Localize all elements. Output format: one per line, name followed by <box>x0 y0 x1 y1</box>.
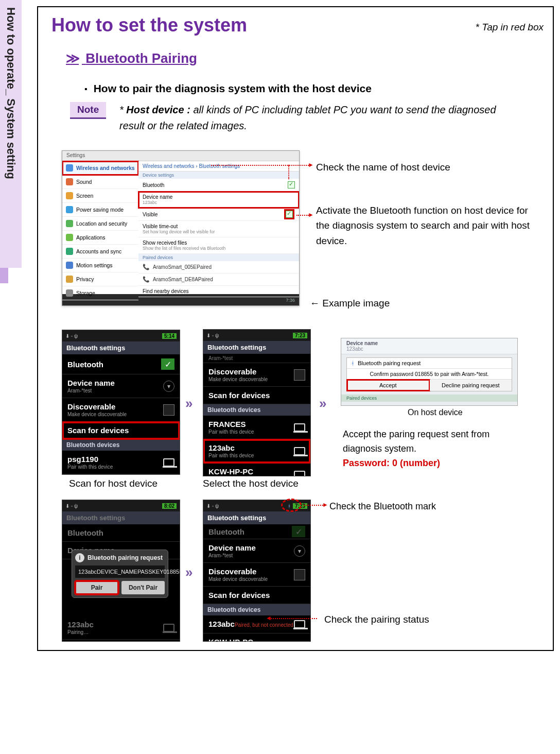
status-icons: ⬇ ◦ ψ <box>206 333 219 338</box>
tablet-section-devset: Device settings <box>138 172 299 179</box>
tablet-left-nav: Wireless and networksSoundScreenPower sa… <box>62 161 138 294</box>
label: Bluetooth <box>143 182 164 188</box>
row-device-kcw[interactable]: KCW-HP-PCPair with this device <box>203 463 310 476</box>
row-discoverable[interactable]: DiscoverableMake device discoverable <box>203 563 310 587</box>
accept-password: Password: 0 (number) <box>343 458 440 468</box>
tablet-nav-item[interactable]: Power saving mode <box>62 203 138 217</box>
page-title: How to set the system <box>51 14 247 36</box>
row-kcw[interactable]: KCW-HP-PCPair with this device <box>203 633 310 642</box>
row-scan[interactable]: Scan for devices <box>203 387 310 404</box>
dont-pair-button[interactable]: Don't Pair <box>121 581 165 594</box>
callout-btmark: Check the Bluetooth mark <box>329 500 436 514</box>
checkbox-on-icon[interactable] <box>288 181 295 188</box>
arrow-icon: » <box>319 396 326 412</box>
tablet-section-paired: Paired devices <box>138 254 299 261</box>
checkbox-on-icon[interactable] <box>161 358 174 370</box>
nav-icon <box>66 276 73 283</box>
label: Bluetooth <box>208 527 244 536</box>
row-discoverable[interactable]: DiscoverableMake device discoverable <box>203 363 310 387</box>
pairing-popup: iBluetooth pairing request 123abcDEVICE_… <box>72 550 168 598</box>
row-scan[interactable]: Scan for devices <box>203 587 310 604</box>
checkbox-off-icon[interactable] <box>294 369 305 381</box>
phone-header: Bluetooth settings <box>62 341 180 354</box>
callout-line <box>304 505 323 506</box>
nav-label: Power saving mode <box>76 207 124 213</box>
row-device-psg[interactable]: psg1190Pair with this device <box>62 451 180 474</box>
nav-icon <box>66 164 73 172</box>
battery-time: 5:14 <box>162 333 177 339</box>
phone-statusbar: ⬇ ◦ ψ7:23 <box>203 330 310 341</box>
label: AramoSmart_005E <box>153 264 197 270</box>
value: 123abc <box>346 346 363 352</box>
row-device-123abc[interactable]: 123abcPair with this device <box>203 439 310 463</box>
row-discoverable[interactable]: DiscoverableMake device discoverable <box>62 398 180 422</box>
tablet-row-visible-timeout[interactable]: Visible time-outSet how long device will… <box>138 221 299 237</box>
nav-label: Screen <box>76 193 93 199</box>
accept-button[interactable]: Accept <box>347 380 430 391</box>
tablet-paired-1[interactable]: 📞AramoSmart_005EPaired <box>138 261 299 273</box>
tablet-nav-item[interactable]: Motion settings <box>62 259 138 272</box>
tablet-row-find[interactable]: Find nearby devices <box>138 286 299 297</box>
dropdown-icon[interactable]: ▾ <box>163 381 174 392</box>
laptop-icon <box>294 471 305 477</box>
tablet-nav-item[interactable]: Screen <box>62 189 138 203</box>
phone-header: Bluetooth settings <box>203 511 310 524</box>
checkbox-on-redbox-icon[interactable] <box>286 211 293 218</box>
decline-button[interactable]: Decline pairing request <box>430 380 512 391</box>
tablet-nav-item[interactable]: Sound <box>62 175 138 189</box>
tablet-row-visible[interactable]: Visible <box>138 208 299 221</box>
sublabel: Pair with this device <box>208 429 254 435</box>
nav-label: Applications <box>76 234 106 241</box>
row-section-devices: Bluetooth devices <box>203 604 310 615</box>
pair-button[interactable]: Pair <box>75 581 118 594</box>
laptop-icon <box>163 624 174 632</box>
tablet-paired-2[interactable]: 📞AramoSmart_DE8APaired <box>138 273 299 286</box>
tablet-nav-item[interactable]: Applications <box>62 231 138 245</box>
note-prefix: * <box>119 104 126 115</box>
checkbox-off-icon[interactable] <box>163 404 174 416</box>
label: Scan for devices <box>67 426 129 435</box>
tablet-row-devicename[interactable]: Device name123abc <box>138 192 299 208</box>
host-pairing-request: Device name123abc ᚼBluetooth pairing req… <box>341 338 518 406</box>
nav-icon <box>66 220 73 227</box>
label: Discoverable <box>208 367 256 376</box>
callout-line <box>296 215 309 216</box>
row-bluetooth-dim: Bluetooth <box>62 524 180 542</box>
row-123abc-dim: 123abcPairing… <box>62 616 180 640</box>
sublabel: Show the list of files received via Blue… <box>143 246 225 251</box>
sublabel: Aram-*test <box>67 388 115 393</box>
callout-example: ← Example image <box>310 296 390 311</box>
label: Bluetooth <box>67 528 103 537</box>
phone-icon: 📞 <box>143 276 150 283</box>
label: psg1190 <box>67 455 98 464</box>
dropdown-icon[interactable]: ▾ <box>294 545 305 557</box>
row-devicename[interactable]: Device nameAram-*test▾ <box>62 374 180 398</box>
section-subtitle: ≫ Bluetooth Pairing <box>66 50 197 66</box>
checkbox-off-icon[interactable] <box>294 569 305 580</box>
label: KCW-HP-PC <box>208 467 253 476</box>
row-bluetooth[interactable]: Bluetooth <box>62 354 180 374</box>
nav-icon <box>66 234 73 241</box>
row-devicename[interactable]: Device nameAram-*test▾ <box>203 539 310 563</box>
phone-header: Bluetooth settings <box>203 341 310 354</box>
row-kcw[interactable]: KCW-HP-PC <box>62 640 180 642</box>
tablet-nav-item[interactable]: Privacy <box>62 272 138 286</box>
tablet-nav-item[interactable]: Storage <box>62 286 138 300</box>
callout-activate-bt: Activate the Bluetooth function on host … <box>316 203 532 248</box>
tablet-titlebar: Settings <box>62 151 299 161</box>
nav-label: Wireless and networks <box>76 165 135 171</box>
tablet-row-bluetooth[interactable]: Bluetooth <box>138 179 299 192</box>
label: Discoverable <box>208 567 256 576</box>
row-section-devices: Bluetooth devices <box>203 404 310 416</box>
bluetooth-mark-circle <box>281 499 302 512</box>
tablet-row-show-received[interactable]: Show received filesShow the list of file… <box>138 237 299 254</box>
label: Visible time-out <box>143 224 178 229</box>
tablet-nav-item[interactable]: Accounts and sync <box>62 245 138 259</box>
tablet-breadcrumb: Wireless and networks › Bluetooth settin… <box>138 161 299 172</box>
tablet-nav-item[interactable]: Location and security <box>62 217 138 231</box>
row-scan-for-devices[interactable]: Scan for devices <box>62 422 180 439</box>
sublabel: Pair with this device <box>208 453 254 458</box>
tablet-nav-item[interactable]: Wireless and networks <box>62 161 138 175</box>
label: KCW-HP-PC <box>208 638 253 642</box>
row-device-frances[interactable]: FRANCESPair with this device <box>203 416 310 439</box>
